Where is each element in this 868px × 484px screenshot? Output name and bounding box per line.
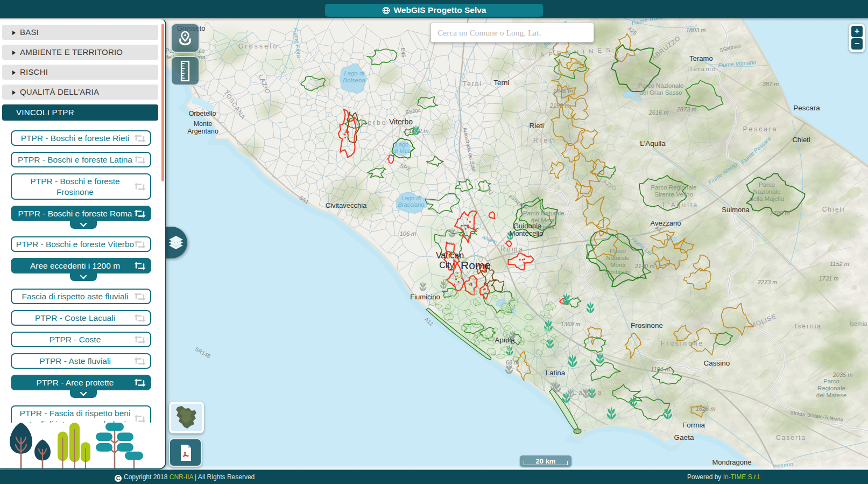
svg-text:Lago di: Lago di xyxy=(344,70,364,76)
svg-text:Isernia: Isernia xyxy=(795,322,822,330)
svg-text:Regionale: Regionale xyxy=(817,385,845,391)
svg-text:Parco: Parco xyxy=(823,378,839,384)
svg-text:Pescara: Pescara xyxy=(793,104,820,112)
svg-text:del Matese: del Matese xyxy=(816,392,846,398)
svg-text:Sulmona: Sulmona xyxy=(722,206,750,214)
svg-text:1731 m: 1731 m xyxy=(819,275,839,282)
svg-text:2780 m: 2780 m xyxy=(770,210,790,216)
svg-text:Sirente-Velino: Sirente-Velino xyxy=(654,191,693,198)
svg-text:Frosinone: Frosinone xyxy=(631,321,663,329)
svg-text:Chieti: Chieti xyxy=(822,206,845,213)
svg-text:di Vico: di Vico xyxy=(393,148,411,154)
svg-text:1626 m: 1626 m xyxy=(696,405,716,412)
svg-text:Viterbo: Viterbo xyxy=(356,119,387,127)
svg-text:1152 m: 1152 m xyxy=(830,261,849,267)
svg-text:Caserta: Caserta xyxy=(776,434,806,441)
svg-text:Chieti: Chieti xyxy=(792,136,810,144)
svg-text:Grosseto: Grosseto xyxy=(238,43,279,50)
svg-text:Civitavecchia: Civitavecchia xyxy=(326,201,367,209)
svg-text:1042 m: 1042 m xyxy=(409,128,429,134)
svg-text:Teramo: Teramo xyxy=(689,66,716,72)
svg-text:Avezzano: Avezzano xyxy=(651,219,681,227)
svg-text:Bolsena: Bolsena xyxy=(343,77,365,83)
svg-text:Argentario: Argentario xyxy=(187,128,218,135)
svg-text:Cassino: Cassino xyxy=(704,359,730,367)
svg-text:Rieti: Rieti xyxy=(529,122,544,130)
svg-text:1104 m: 1104 m xyxy=(651,366,670,373)
svg-text:Parco Regionale: Parco Regionale xyxy=(651,184,696,191)
svg-text:2616 m: 2616 m xyxy=(648,109,669,116)
svg-text:Viterbo: Viterbo xyxy=(389,117,413,126)
svg-text:387 m: 387 m xyxy=(763,81,779,87)
svg-text:Parco Nazionale: Parco Nazionale xyxy=(638,82,683,89)
svg-text:della Majella: della Majella xyxy=(750,195,785,202)
svg-text:Lucretili: Lucretili xyxy=(533,224,554,230)
svg-text:Parco Naturale: Parco Naturale xyxy=(523,210,564,216)
svg-text:Montecelio: Montecelio xyxy=(510,229,544,237)
svg-text:Terni: Terni xyxy=(463,80,482,88)
svg-text:2873 m: 2873 m xyxy=(676,106,697,113)
svg-text:Latina: Latina xyxy=(573,389,604,396)
svg-text:2035 m: 2035 m xyxy=(832,371,853,378)
svg-text:2140 m: 2140 m xyxy=(634,263,655,269)
svg-text:1803 m: 1803 m xyxy=(686,27,706,33)
svg-text:Roma: Roma xyxy=(500,245,524,253)
svg-text:E45: E45 xyxy=(400,47,407,58)
svg-text:Bracciano: Bracciano xyxy=(398,201,425,208)
svg-text:2273 m: 2273 m xyxy=(757,279,778,285)
svg-text:L'Aquila: L'Aquila xyxy=(663,201,698,209)
svg-text:City: City xyxy=(439,261,454,270)
svg-text:Aprilia: Aprilia xyxy=(495,336,515,344)
svg-text:del Gran Sasso: del Gran Sasso xyxy=(639,89,682,96)
svg-text:Gaeta: Gaeta xyxy=(674,433,694,441)
svg-text:Monte: Monte xyxy=(194,120,213,128)
svg-text:Terni: Terni xyxy=(493,79,509,87)
svg-text:Parco: Parco xyxy=(759,181,775,188)
svg-text:Vatican: Vatican xyxy=(436,251,464,260)
svg-text:Latina: Latina xyxy=(546,369,566,377)
svg-text:Isernia: Isernia xyxy=(849,320,867,327)
svg-text:2199 m: 2199 m xyxy=(549,102,570,109)
svg-text:Lago: Lago xyxy=(396,141,408,148)
svg-text:Rieti: Rieti xyxy=(533,137,557,144)
svg-text:66 m: 66 m xyxy=(506,359,519,366)
svg-text:L'Aquila: L'Aquila xyxy=(640,139,666,148)
svg-text:Teramo: Teramo xyxy=(689,54,712,62)
svg-text:Frosinone: Frosinone xyxy=(661,340,704,347)
svg-text:Nazionale: Nazionale xyxy=(753,188,780,195)
svg-text:Rome: Rome xyxy=(461,259,491,271)
svg-text:Simbruini: Simbruini xyxy=(605,269,631,275)
svg-text:1846 m: 1846 m xyxy=(553,88,573,94)
svg-text:Lago di: Lago di xyxy=(401,195,421,201)
svg-text:106 m: 106 m xyxy=(400,230,417,237)
svg-text:1369 m: 1369 m xyxy=(561,321,581,327)
svg-text:Orbetello: Orbetello xyxy=(189,110,216,117)
svg-text:Formia: Formia xyxy=(682,421,705,429)
svg-text:Parco: Parco xyxy=(610,248,626,254)
svg-text:Fiumicino: Fiumicino xyxy=(410,293,440,301)
svg-text:Monti: Monti xyxy=(610,262,625,268)
svg-text:Pescara: Pescara xyxy=(743,125,778,133)
svg-text:dei Monti: dei Monti xyxy=(531,217,556,223)
svg-text:Naturale: Naturale xyxy=(606,255,629,261)
